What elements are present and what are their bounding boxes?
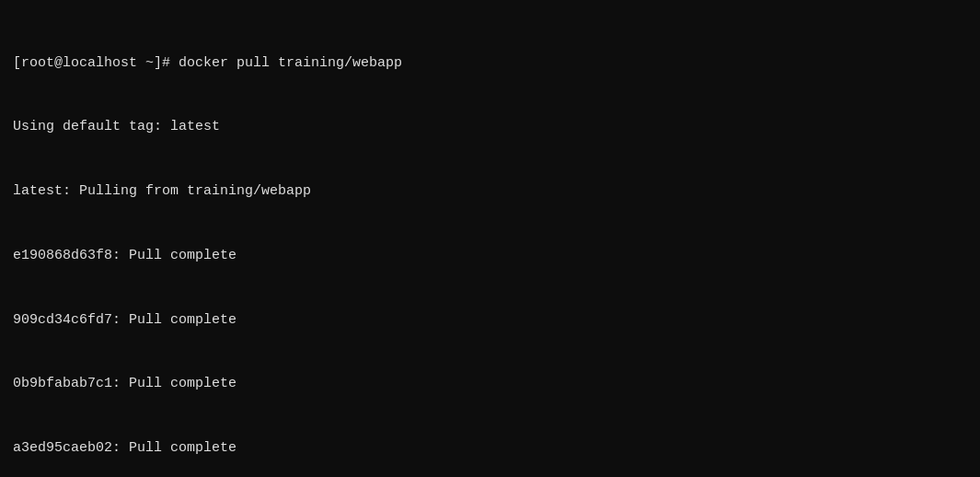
line-layer1: e190868d63f8: Pull complete — [13, 245, 967, 266]
line-layer2: 909cd34c6fd7: Pull complete — [13, 309, 967, 331]
terminal-window: [root@localhost ~]# docker pull training… — [0, 0, 980, 477]
line-pulling: latest: Pulling from training/webapp — [13, 180, 967, 202]
line-tag: Using default tag: latest — [13, 116, 967, 137]
line-layer4: a3ed95caeb02: Pull complete — [13, 437, 967, 459]
line-layer3: 0b9bfabab7c1: Pull complete — [13, 373, 967, 394]
line-cmd1: [root@localhost ~]# docker pull training… — [13, 52, 967, 74]
